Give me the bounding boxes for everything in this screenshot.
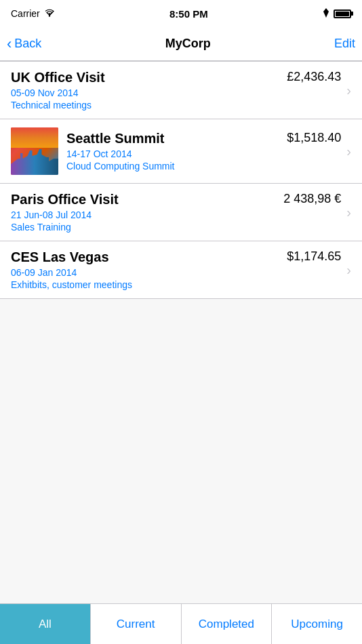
list-item[interactable]: Seattle Summit $1,518.40 14-17 Oct 2014 … <box>0 119 362 184</box>
back-label: Back <box>14 37 41 51</box>
list-item[interactable]: UK Office Visit £2,436.43 05-09 Nov 2014… <box>0 62 362 119</box>
chevron-right-icon: › <box>346 144 351 159</box>
item-top-row: Seattle Summit $1,518.40 <box>66 131 341 146</box>
trip-amount: $1,174.65 <box>287 249 341 264</box>
location-icon <box>323 8 329 20</box>
item-top-row: Paris Office Visit 2 438,98 € <box>11 192 341 207</box>
carrier-label: Carrier <box>11 8 40 19</box>
status-right <box>323 8 351 20</box>
list-item[interactable]: Paris Office Visit 2 438,98 € 21 Jun-08 … <box>0 184 362 241</box>
tab-current-label: Current <box>117 618 155 631</box>
tab-completed-label: Completed <box>199 618 254 631</box>
item-top-row: CES Las Vegas $1,174.65 <box>11 249 341 265</box>
empty-area <box>0 299 362 570</box>
trip-title: CES Las Vegas <box>11 249 109 265</box>
battery-icon <box>334 9 351 18</box>
tab-bar: All Current Completed Upcoming <box>0 603 362 644</box>
tab-upcoming[interactable]: Upcoming <box>272 604 362 644</box>
svg-point-0 <box>49 15 50 16</box>
status-time: 8:50 PM <box>169 8 208 20</box>
thumbnail-image <box>11 127 58 175</box>
status-bar: Carrier 8:50 PM <box>0 0 362 27</box>
navigation-bar: ‹ Back MyCorp Edit <box>0 27 362 61</box>
item-top-row: UK Office Visit £2,436.43 <box>11 70 341 85</box>
item-content: Paris Office Visit 2 438,98 € 21 Jun-08 … <box>11 192 341 233</box>
trip-amount: $1,518.40 <box>287 131 341 145</box>
tab-upcoming-label: Upcoming <box>291 618 343 631</box>
main-content: UK Office Visit £2,436.43 05-09 Nov 2014… <box>0 61 362 603</box>
back-button[interactable]: ‹ Back <box>7 37 41 52</box>
trip-date: 21 Jun-08 Jul 2014 <box>11 209 341 220</box>
trips-list: UK Office Visit £2,436.43 05-09 Nov 2014… <box>0 61 362 299</box>
page-title: MyCorp <box>165 37 211 51</box>
trip-description: Cloud Computing Summit <box>66 161 341 172</box>
trip-date: 05-09 Nov 2014 <box>11 87 341 98</box>
trip-description: Exhitbits, customer meetings <box>11 279 341 290</box>
tab-all[interactable]: All <box>0 604 91 644</box>
edit-button[interactable]: Edit <box>334 37 355 51</box>
tab-completed[interactable]: Completed <box>182 604 273 644</box>
trip-amount: 2 438,98 € <box>283 192 341 206</box>
trip-amount: £2,436.43 <box>287 70 341 84</box>
status-left: Carrier <box>11 8 55 19</box>
chevron-right-icon: › <box>346 262 351 278</box>
tab-current[interactable]: Current <box>91 604 182 644</box>
trip-thumbnail <box>11 127 58 175</box>
trip-title: UK Office Visit <box>11 70 105 85</box>
item-content: CES Las Vegas $1,174.65 06-09 Jan 2014 E… <box>11 249 341 290</box>
item-content: UK Office Visit £2,436.43 05-09 Nov 2014… <box>11 70 341 110</box>
back-chevron-icon: ‹ <box>7 37 12 52</box>
trip-title: Seattle Summit <box>66 131 164 146</box>
wifi-icon <box>44 8 55 19</box>
chevron-right-icon: › <box>346 205 351 220</box>
trip-date: 14-17 Oct 2014 <box>66 148 341 159</box>
trip-title: Paris Office Visit <box>11 192 119 207</box>
tab-all-label: All <box>39 618 52 631</box>
trip-description: Technical meetings <box>11 100 341 110</box>
list-item[interactable]: CES Las Vegas $1,174.65 06-09 Jan 2014 E… <box>0 241 362 299</box>
item-content: Seattle Summit $1,518.40 14-17 Oct 2014 … <box>66 131 341 172</box>
chevron-right-icon: › <box>346 83 351 98</box>
trip-description: Sales Training <box>11 222 341 233</box>
trip-date: 06-09 Jan 2014 <box>11 267 341 278</box>
